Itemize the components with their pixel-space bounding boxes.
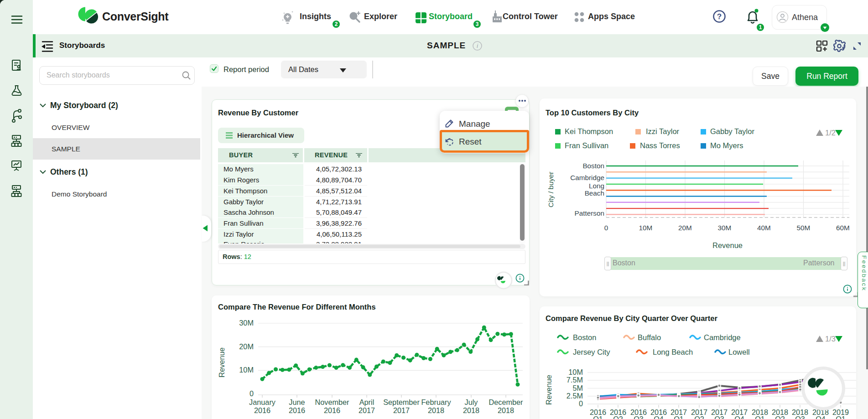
svg-text:0: 0: [604, 224, 608, 232]
svg-text:Beach: Beach: [585, 189, 604, 197]
svg-text:Long: Long: [589, 182, 604, 190]
svg-text:50M: 50M: [797, 224, 811, 232]
svg-text:Q2: Q2: [613, 415, 623, 419]
svg-text:i: i: [477, 43, 478, 49]
svg-text:7.5M: 7.5M: [567, 376, 583, 384]
svg-text:City / buyer: City / buyer: [547, 172, 555, 207]
svg-text:Cambridge: Cambridge: [570, 174, 604, 181]
svg-text:2.5M: 2.5M: [567, 392, 583, 400]
svg-text:Q1: Q1: [674, 415, 684, 419]
svg-text:2016: 2016: [254, 406, 270, 414]
svg-text:2017: 2017: [359, 406, 375, 414]
svg-text:0: 0: [249, 389, 254, 398]
svg-text:30M: 30M: [718, 224, 732, 232]
svg-text:Boston: Boston: [582, 162, 604, 170]
svg-text:0: 0: [579, 399, 583, 408]
svg-text:Q3: Q3: [634, 415, 644, 419]
svg-text:5M: 5M: [572, 384, 583, 392]
svg-text:?: ?: [717, 12, 722, 21]
svg-text:2016: 2016: [289, 406, 305, 414]
svg-text:Revenue: Revenue: [218, 347, 226, 378]
svg-text:2016: 2016: [324, 406, 340, 414]
svg-text:1/2: 1/2: [825, 129, 836, 137]
svg-text:20M: 20M: [678, 224, 692, 232]
svg-text:10M: 10M: [639, 224, 653, 232]
svg-text:40M: 40M: [757, 224, 771, 232]
svg-text:10M: 10M: [239, 366, 254, 374]
svg-text:30M: 30M: [239, 319, 254, 327]
svg-text:2017: 2017: [393, 406, 410, 414]
svg-text:April: April: [359, 398, 374, 406]
svg-text:1/3: 1/3: [825, 335, 836, 343]
svg-text:December: December: [489, 398, 523, 406]
svg-text:Patterson: Patterson: [575, 209, 604, 217]
svg-text:10M: 10M: [568, 368, 583, 376]
svg-text:Q1: Q1: [593, 415, 603, 419]
svg-text:Revenue: Revenue: [712, 241, 743, 249]
svg-text:Q3: Q3: [714, 415, 724, 419]
svg-text:June: June: [289, 398, 305, 406]
svg-text:20M: 20M: [239, 342, 254, 351]
svg-text:September: September: [383, 398, 420, 406]
svg-text:2018: 2018: [463, 406, 479, 414]
svg-text:ConverSight: ConverSight: [102, 10, 169, 23]
svg-text:July: July: [465, 398, 478, 406]
svg-text:Revenue: Revenue: [545, 375, 553, 405]
svg-text:60M: 60M: [836, 224, 850, 232]
svg-text:2018: 2018: [498, 406, 514, 414]
svg-text:February: February: [421, 398, 451, 406]
svg-text:January: January: [249, 398, 276, 406]
svg-text:Q2: Q2: [694, 415, 704, 419]
svg-text:November: November: [315, 398, 349, 406]
svg-text:Q4: Q4: [654, 415, 664, 419]
svg-text:Q4: Q4: [734, 415, 744, 419]
svg-text:2018: 2018: [428, 406, 444, 414]
svg-text:Q1: Q1: [755, 415, 765, 419]
